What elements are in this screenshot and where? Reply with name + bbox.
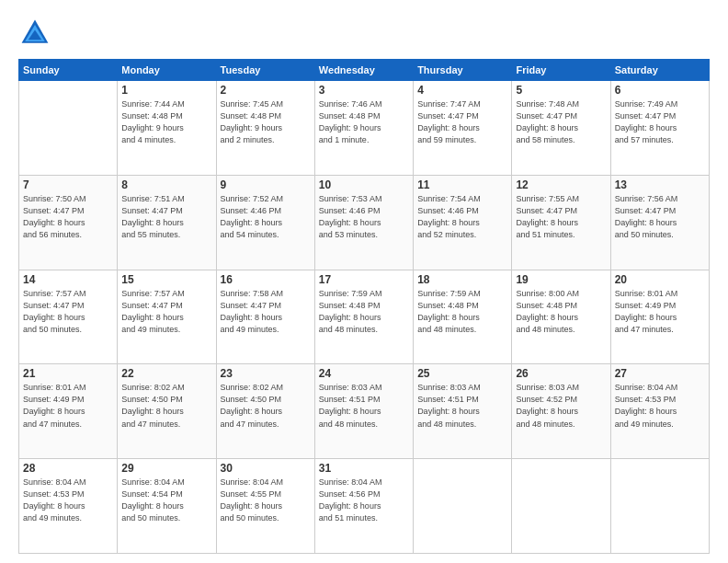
week-row-2: 7Sunrise: 7:50 AMSunset: 4:47 PMDaylight…	[19, 175, 710, 270]
calendar-cell: 24Sunrise: 8:03 AMSunset: 4:51 PMDayligh…	[314, 364, 413, 459]
day-info: Sunrise: 8:04 AMSunset: 4:55 PMDaylight:…	[221, 477, 311, 524]
calendar-cell: 22Sunrise: 8:02 AMSunset: 4:50 PMDayligh…	[118, 364, 216, 459]
calendar-cell	[414, 459, 512, 554]
day-info: Sunrise: 7:55 AMSunset: 4:47 PMDaylight:…	[516, 193, 606, 241]
day-info: Sunrise: 8:02 AMSunset: 4:50 PMDaylight:…	[221, 382, 311, 430]
weekday-sunday: Sunday	[19, 60, 118, 81]
week-row-3: 14Sunrise: 7:57 AMSunset: 4:47 PMDayligh…	[19, 270, 710, 364]
calendar-cell	[610, 459, 709, 554]
day-info: Sunrise: 7:56 AMSunset: 4:47 PMDaylight:…	[615, 193, 705, 241]
calendar-cell: 9Sunrise: 7:52 AMSunset: 4:46 PMDaylight…	[216, 175, 314, 270]
day-number: 8	[121, 178, 211, 191]
day-info: Sunrise: 8:04 AMSunset: 4:54 PMDaylight:…	[121, 477, 211, 524]
day-number: 28	[23, 462, 113, 475]
day-number: 20	[615, 273, 705, 286]
calendar-cell: 6Sunrise: 7:49 AMSunset: 4:47 PMDaylight…	[610, 81, 709, 176]
day-number: 6	[615, 84, 705, 97]
calendar-cell: 15Sunrise: 7:57 AMSunset: 4:47 PMDayligh…	[118, 270, 216, 364]
day-number: 26	[516, 367, 606, 380]
day-number: 12	[516, 178, 606, 191]
day-number: 31	[319, 462, 409, 475]
calendar-cell: 26Sunrise: 8:03 AMSunset: 4:52 PMDayligh…	[512, 364, 610, 459]
day-number: 18	[417, 273, 507, 286]
calendar-cell: 10Sunrise: 7:53 AMSunset: 4:46 PMDayligh…	[314, 175, 413, 270]
day-info: Sunrise: 8:04 AMSunset: 4:53 PMDaylight:…	[615, 382, 705, 430]
calendar-table: SundayMondayTuesdayWednesdayThursdayFrid…	[18, 59, 710, 554]
day-info: Sunrise: 7:45 AMSunset: 4:48 PMDaylight:…	[221, 98, 311, 146]
day-info: Sunrise: 7:50 AMSunset: 4:47 PMDaylight:…	[23, 193, 113, 241]
day-number: 15	[121, 273, 211, 286]
calendar-cell: 21Sunrise: 8:01 AMSunset: 4:49 PMDayligh…	[19, 364, 118, 459]
week-row-5: 28Sunrise: 8:04 AMSunset: 4:53 PMDayligh…	[19, 459, 710, 554]
day-info: Sunrise: 7:52 AMSunset: 4:46 PMDaylight:…	[221, 193, 311, 241]
day-number: 9	[221, 178, 311, 191]
calendar-cell: 5Sunrise: 7:48 AMSunset: 4:47 PMDaylight…	[512, 81, 610, 176]
day-number: 30	[221, 462, 311, 475]
calendar-cell: 19Sunrise: 8:00 AMSunset: 4:48 PMDayligh…	[512, 270, 610, 364]
calendar-cell: 30Sunrise: 8:04 AMSunset: 4:55 PMDayligh…	[216, 459, 314, 554]
day-info: Sunrise: 8:04 AMSunset: 4:53 PMDaylight:…	[23, 477, 113, 524]
calendar-cell: 18Sunrise: 7:59 AMSunset: 4:48 PMDayligh…	[414, 270, 512, 364]
day-info: Sunrise: 7:57 AMSunset: 4:47 PMDaylight:…	[121, 288, 211, 336]
day-number: 19	[516, 273, 606, 286]
day-info: Sunrise: 8:00 AMSunset: 4:48 PMDaylight:…	[516, 288, 606, 336]
day-number: 24	[319, 367, 409, 380]
day-info: Sunrise: 7:48 AMSunset: 4:47 PMDaylight:…	[516, 98, 606, 146]
calendar-cell: 13Sunrise: 7:56 AMSunset: 4:47 PMDayligh…	[610, 175, 709, 270]
calendar-cell: 16Sunrise: 7:58 AMSunset: 4:47 PMDayligh…	[216, 270, 314, 364]
day-info: Sunrise: 7:51 AMSunset: 4:47 PMDaylight:…	[121, 193, 211, 241]
day-info: Sunrise: 7:53 AMSunset: 4:46 PMDaylight:…	[319, 193, 409, 241]
page: SundayMondayTuesdayWednesdayThursdayFrid…	[0, 0, 728, 563]
calendar-cell: 27Sunrise: 8:04 AMSunset: 4:53 PMDayligh…	[610, 364, 709, 459]
day-info: Sunrise: 7:49 AMSunset: 4:47 PMDaylight:…	[615, 98, 705, 146]
day-info: Sunrise: 8:02 AMSunset: 4:50 PMDaylight:…	[121, 382, 211, 430]
day-number: 1	[121, 84, 211, 97]
day-number: 2	[221, 84, 311, 97]
day-info: Sunrise: 7:44 AMSunset: 4:48 PMDaylight:…	[121, 98, 211, 146]
calendar-cell: 25Sunrise: 8:03 AMSunset: 4:51 PMDayligh…	[414, 364, 512, 459]
weekday-friday: Friday	[512, 60, 610, 81]
weekday-header-row: SundayMondayTuesdayWednesdayThursdayFrid…	[19, 60, 710, 81]
calendar-cell: 20Sunrise: 8:01 AMSunset: 4:49 PMDayligh…	[610, 270, 709, 364]
day-number: 4	[417, 84, 507, 97]
weekday-saturday: Saturday	[610, 60, 709, 81]
calendar-cell: 31Sunrise: 8:04 AMSunset: 4:56 PMDayligh…	[314, 459, 413, 554]
day-number: 27	[615, 367, 705, 380]
day-number: 11	[417, 178, 507, 191]
day-info: Sunrise: 8:03 AMSunset: 4:51 PMDaylight:…	[417, 382, 507, 430]
day-info: Sunrise: 8:01 AMSunset: 4:49 PMDaylight:…	[23, 382, 113, 430]
day-number: 3	[319, 84, 409, 97]
day-number: 29	[121, 462, 211, 475]
day-number: 14	[23, 273, 113, 286]
day-number: 16	[221, 273, 311, 286]
header	[18, 17, 710, 50]
week-row-1: 1Sunrise: 7:44 AMSunset: 4:48 PMDaylight…	[19, 81, 710, 176]
week-row-4: 21Sunrise: 8:01 AMSunset: 4:49 PMDayligh…	[19, 364, 710, 459]
calendar-cell: 17Sunrise: 7:59 AMSunset: 4:48 PMDayligh…	[314, 270, 413, 364]
weekday-thursday: Thursday	[414, 60, 512, 81]
calendar-cell: 11Sunrise: 7:54 AMSunset: 4:46 PMDayligh…	[414, 175, 512, 270]
weekday-wednesday: Wednesday	[314, 60, 413, 81]
day-info: Sunrise: 7:54 AMSunset: 4:46 PMDaylight:…	[417, 193, 507, 241]
day-info: Sunrise: 7:59 AMSunset: 4:48 PMDaylight:…	[319, 288, 409, 336]
calendar-cell: 28Sunrise: 8:04 AMSunset: 4:53 PMDayligh…	[19, 459, 118, 554]
day-info: Sunrise: 8:04 AMSunset: 4:56 PMDaylight:…	[319, 477, 409, 524]
day-info: Sunrise: 7:47 AMSunset: 4:47 PMDaylight:…	[417, 98, 507, 146]
day-info: Sunrise: 7:59 AMSunset: 4:48 PMDaylight:…	[417, 288, 507, 336]
day-number: 21	[23, 367, 113, 380]
day-info: Sunrise: 7:46 AMSunset: 4:48 PMDaylight:…	[319, 98, 409, 146]
calendar-cell: 12Sunrise: 7:55 AMSunset: 4:47 PMDayligh…	[512, 175, 610, 270]
calendar-cell	[19, 81, 118, 176]
day-number: 10	[319, 178, 409, 191]
weekday-monday: Monday	[118, 60, 216, 81]
day-number: 22	[121, 367, 211, 380]
day-number: 5	[516, 84, 606, 97]
calendar-cell	[512, 459, 610, 554]
day-info: Sunrise: 8:03 AMSunset: 4:52 PMDaylight:…	[516, 382, 606, 430]
calendar-cell: 23Sunrise: 8:02 AMSunset: 4:50 PMDayligh…	[216, 364, 314, 459]
calendar-cell: 2Sunrise: 7:45 AMSunset: 4:48 PMDaylight…	[216, 81, 314, 176]
calendar-cell: 7Sunrise: 7:50 AMSunset: 4:47 PMDaylight…	[19, 175, 118, 270]
calendar-cell: 8Sunrise: 7:51 AMSunset: 4:47 PMDaylight…	[118, 175, 216, 270]
calendar-cell: 14Sunrise: 7:57 AMSunset: 4:47 PMDayligh…	[19, 270, 118, 364]
day-number: 7	[23, 178, 113, 191]
